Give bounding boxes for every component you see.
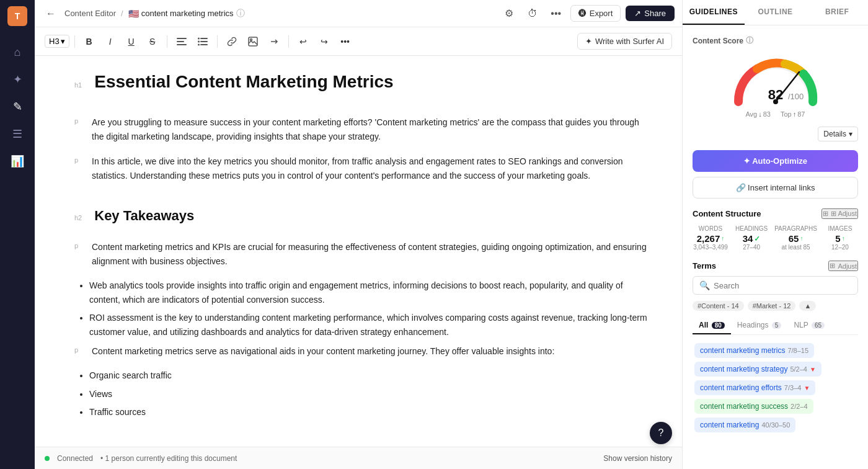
terms-tab-nlp[interactable]: NLP 65 (787, 317, 831, 334)
strikethrough-button[interactable]: S (143, 32, 162, 51)
terms-section: Terms ⊞ Adjust 🔍 #Content - 14 #Market -… (693, 261, 858, 434)
term-chip-3[interactable]: content marketing efforts 7/3–4 ▼ (694, 380, 815, 395)
term-range-1: 7/8–15 (787, 347, 808, 354)
help-fab[interactable]: ? (650, 422, 672, 444)
filter-collapse-icon[interactable]: ▲ (799, 301, 816, 311)
score-section: Content Score ⓘ (693, 35, 858, 199)
italic-button[interactable]: I (101, 32, 120, 51)
adjust-grid-icon: ⊞ (823, 210, 828, 218)
para-4-text[interactable]: Content marketing metrics serve as navig… (92, 344, 554, 359)
list-button[interactable] (193, 32, 212, 51)
nav-list-icon[interactable]: ☰ (6, 123, 29, 145)
structure-adjust-button[interactable]: ⊞ ⊞ Adjust (822, 208, 858, 219)
filter-market[interactable]: #Market - 12 (748, 301, 796, 311)
p2-tag: p (74, 156, 87, 164)
export-button[interactable]: 🅦 Export (570, 5, 621, 22)
connected-label: Connected (57, 454, 93, 463)
bold-button[interactable]: B (80, 32, 99, 51)
filter-content[interactable]: #Content - 14 (693, 301, 744, 311)
term-text-2: content marketing strategy (700, 365, 787, 373)
nav-edit-icon[interactable]: ✎ (6, 96, 29, 118)
nav-home-icon[interactable]: ⌂ (6, 41, 29, 63)
term-chip-1[interactable]: content marketing metrics 7/8–15 (694, 343, 814, 358)
h1-heading[interactable]: Essential Content Marketing Metrics (94, 71, 393, 93)
bullet-views[interactable]: Views (89, 387, 652, 401)
link-button[interactable] (223, 32, 241, 51)
svg-rect-4 (200, 41, 208, 42)
settings-icon[interactable]: ⚙ (500, 4, 518, 23)
nav-chart-icon[interactable]: 📊 (6, 150, 29, 172)
structure-section: Content Structure ⊞ ⊞ Adjust WORDS 2,267… (693, 208, 858, 251)
more-format-button[interactable]: ••• (336, 32, 355, 51)
nav-star-icon[interactable]: ✦ (6, 68, 29, 91)
more-icon[interactable]: ••• (547, 4, 565, 23)
svg-text:82: 82 (768, 87, 782, 102)
app-logo[interactable]: T (7, 6, 27, 26)
down-arrow-2: ▼ (810, 366, 816, 373)
auto-optimize-button[interactable]: ✦ Auto-Optimize (693, 150, 858, 172)
back-button[interactable]: ← (42, 5, 60, 22)
term-chip-2[interactable]: content marketing strategy 5/2–4 ▼ (694, 362, 822, 377)
info-icon[interactable]: ⓘ (236, 8, 245, 19)
search-input[interactable] (714, 281, 851, 290)
tab-outline[interactable]: OUTLINE (745, 0, 807, 25)
flag-icon: 🇺🇸 (128, 9, 139, 19)
terms-tab-headings[interactable]: Headings 5 (731, 317, 788, 334)
term-chip-4[interactable]: content marketing success 2/2–4 (694, 399, 813, 414)
term-text-3: content marketing efforts (700, 383, 782, 392)
term-text-4: content marketing success (700, 402, 788, 411)
image-button[interactable] (244, 32, 262, 51)
redo-button[interactable]: ↪ (315, 32, 334, 51)
search-box: 🔍 (693, 276, 858, 295)
timer-icon[interactable]: ⏱ (523, 4, 542, 23)
bullet-1[interactable]: Web analytics tools provide insights int… (89, 279, 652, 307)
bullet-organic[interactable]: Organic search traffic (89, 368, 652, 383)
para-4: p Content marketing metrics serve as nav… (74, 344, 652, 359)
align-button[interactable] (172, 32, 191, 51)
words-value: 2,267 ↑ (693, 233, 728, 244)
h2-heading[interactable]: Key Takeaways (94, 208, 194, 224)
structure-header: Content Structure ⊞ ⊞ Adjust (693, 208, 858, 219)
terms-title: Terms (693, 261, 716, 270)
h1-tag: h1 (74, 81, 82, 89)
tab-brief[interactable]: BRIEF (806, 0, 868, 25)
headings-check-icon: ✓ (754, 234, 760, 243)
link2-button[interactable] (265, 32, 283, 51)
heading-selector[interactable]: H3 ▾ (45, 35, 69, 48)
share-icon: ↗ (634, 9, 641, 18)
words-up-arrow: ↑ (721, 235, 724, 242)
terms-adjust-button[interactable]: ⊞ Adjust (828, 261, 858, 271)
term-chip-5[interactable]: content marketing 40/30–50 (694, 418, 795, 432)
insert-links-button[interactable]: 🔗 Insert internal links (693, 177, 858, 199)
heading-label: H3 (49, 37, 60, 46)
avg-label: Avg ↓ 83 (745, 110, 771, 118)
share-button[interactable]: ↗ Share (626, 6, 675, 21)
para-2-text[interactable]: In this article, we dive into the key me… (92, 154, 652, 183)
wordpress-icon: 🅦 (578, 9, 587, 18)
svg-rect-2 (177, 44, 187, 45)
p3-tag: p (74, 242, 87, 249)
score-info-icon[interactable]: ⓘ (746, 35, 753, 46)
format-bar: H3 ▾ B I U S ↩ ↪ ••• ✦ Write with Surfe (35, 27, 682, 56)
bullet-traffic[interactable]: Traffic sources (89, 405, 652, 419)
details-button[interactable]: Details ▾ (818, 127, 858, 141)
para-3-text[interactable]: Content marketing metrics and KPIs are c… (92, 240, 652, 269)
terms-tab-all[interactable]: All 80 (693, 317, 731, 334)
bullet-list-2: Organic search traffic Views Traffic sou… (89, 368, 652, 419)
undo-button[interactable]: ↩ (294, 32, 312, 51)
editor-content[interactable]: h1 Essential Content Marketing Metrics p… (35, 56, 682, 447)
avg-arrow: ↓ (758, 110, 762, 118)
bullet-2[interactable]: ROI assessment is the key to understandi… (89, 311, 652, 339)
heading-dropdown-icon: ▾ (61, 37, 65, 46)
version-history[interactable]: Show version history (603, 454, 672, 463)
underline-button[interactable]: U (122, 32, 141, 51)
struct-images: IMAGES 5 ↑ 12–20 (822, 225, 858, 251)
paragraphs-up-arrow: ↑ (800, 235, 803, 242)
tab-guidelines[interactable]: GUIDELINES (683, 0, 745, 25)
para-1-text[interactable]: Are you struggling to measure success in… (92, 115, 652, 144)
search-icon: 🔍 (699, 280, 710, 290)
down-arrow-3: ▼ (804, 385, 810, 391)
breadcrumb-parent[interactable]: Content Editor (64, 9, 116, 18)
write-ai-button[interactable]: ✦ Write with Surfer AI (577, 33, 672, 50)
breadcrumb-separator: / (121, 9, 123, 18)
